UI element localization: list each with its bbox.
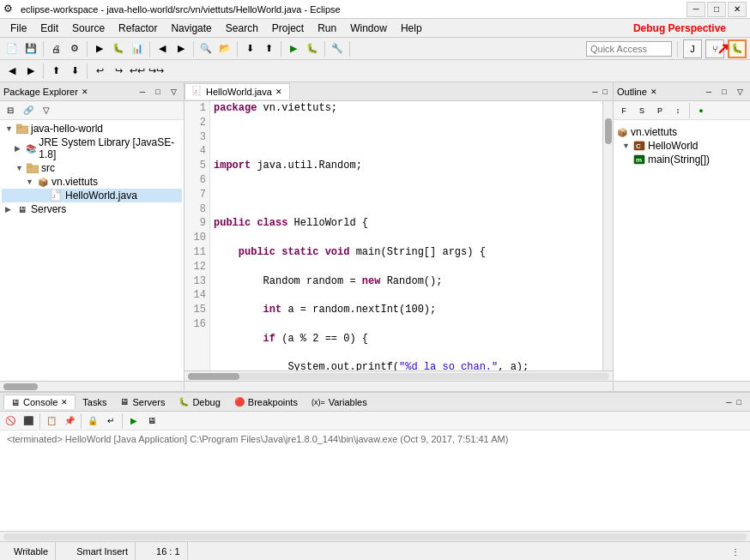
console-paste-button[interactable]: 📌	[61, 412, 78, 430]
back-button[interactable]: ◀	[3, 63, 21, 80]
console-tab-debug[interactable]: 🐛 Debug	[172, 395, 227, 409]
console-minimize-button[interactable]: ─	[724, 396, 733, 408]
menu-navigate[interactable]: Navigate	[164, 21, 218, 36]
debug-tab-label: Debug	[192, 397, 220, 407]
coverage-button[interactable]: 📊	[129, 40, 146, 57]
editor-tab-close[interactable]: ✕	[275, 87, 282, 96]
outline-menu-button[interactable]: ▽	[733, 85, 747, 99]
tree-item-servers[interactable]: ▶ 🖥 Servers	[2, 202, 182, 216]
console-tab-console[interactable]: 🖥 Console ✕	[3, 394, 76, 409]
outline-minimize-button[interactable]: ─	[702, 85, 716, 99]
editor-maximize-button[interactable]: □	[602, 86, 609, 98]
tree-item-src[interactable]: ▼ src	[2, 161, 182, 175]
menu-file[interactable]: File	[3, 21, 33, 36]
tree-item-helloworld[interactable]: J HelloWorld.java	[2, 189, 182, 202]
up-button[interactable]: ⬆	[47, 63, 64, 80]
view-menu-button[interactable]: ▽	[166, 85, 180, 99]
maximize-panel-button[interactable]: □	[151, 85, 165, 99]
right-scrollbar-track[interactable]	[613, 382, 750, 391]
next-edit-button[interactable]: ▶	[172, 40, 190, 57]
explorer-view-menu-button[interactable]: ▽	[38, 102, 55, 119]
word-wrap-button[interactable]: ↵	[102, 412, 119, 430]
properties-button[interactable]: ⚙	[66, 40, 83, 57]
minimize-panel-button[interactable]: ─	[136, 85, 149, 99]
menu-window[interactable]: Window	[343, 21, 394, 36]
menu-run[interactable]: Run	[311, 21, 343, 36]
vertical-scrollbar-thumb[interactable]	[605, 118, 612, 144]
redo-button[interactable]: ↪	[110, 63, 127, 80]
hide-nonpublic-button[interactable]: P	[651, 102, 668, 119]
console-close-icon[interactable]: ✕	[61, 398, 68, 406]
console-tab-breakpoints[interactable]: 🔴 Breakpoints	[227, 395, 305, 409]
horizontal-scrollbar-thumb[interactable]	[188, 373, 239, 380]
new-console-button[interactable]: ▶	[125, 412, 142, 430]
tree-item-project[interactable]: ▼ java-hello-world	[2, 122, 182, 135]
external-tools-button[interactable]: 🔧	[329, 40, 346, 57]
java-perspective-button[interactable]: J	[683, 39, 702, 58]
menu-help[interactable]: Help	[394, 21, 429, 36]
console-tab-variables[interactable]: (x)= Variables	[305, 395, 374, 409]
toolbar2-sep-1	[43, 63, 44, 79]
outline-link-button[interactable]: ●	[693, 102, 710, 119]
link-with-editor-button[interactable]: 🔗	[20, 102, 37, 119]
down-button[interactable]: ⬇	[66, 63, 83, 80]
scroll-lock-button[interactable]: 🔒	[84, 412, 101, 430]
mid-scrollbar-track[interactable]	[184, 382, 613, 391]
menu-edit[interactable]: Edit	[33, 21, 65, 36]
next-annotation-button[interactable]: ⬇	[241, 40, 258, 57]
forward-button[interactable]: ▶	[22, 63, 39, 80]
console-maximize-button[interactable]: □	[735, 396, 743, 408]
stop-button[interactable]: ⬛	[20, 412, 37, 430]
prev-annotation-button[interactable]: ⬆	[260, 40, 277, 57]
run-button[interactable]: ▶	[285, 40, 302, 57]
horizontal-scrollbar[interactable]	[184, 370, 613, 381]
close-button[interactable]: ✕	[728, 2, 747, 17]
left-scrollbar-thumb[interactable]	[3, 383, 38, 390]
open-resource-button[interactable]: 📂	[216, 40, 233, 57]
left-scrollbar-track[interactable]	[0, 382, 184, 391]
editor-minimize-button[interactable]: ─	[590, 86, 599, 98]
svg-text:m: m	[636, 156, 642, 164]
run-history-button[interactable]: ▶	[91, 40, 108, 57]
tree-item-package[interactable]: ▼ 📦 vn.viettuts	[2, 175, 182, 189]
debug-button[interactable]: 🐛	[304, 40, 321, 57]
menu-refactor[interactable]: Refactor	[112, 21, 164, 36]
new-button[interactable]: 📄	[3, 40, 21, 57]
save-button[interactable]: 💾	[22, 40, 39, 57]
open-type-button[interactable]: 🔍	[197, 40, 215, 57]
menu-search[interactable]: Search	[219, 21, 265, 36]
outline-item-package[interactable]: 📦 vn.viettuts	[615, 125, 748, 139]
prev-edit-button[interactable]: ◀	[154, 40, 171, 57]
undo2-button[interactable]: ↩↩	[129, 63, 146, 80]
editor-tab-helloworld[interactable]: J HelloWorld.java ✕	[184, 83, 290, 99]
tree-item-jre[interactable]: ▶ 📚 JRE System Library [JavaSE-1.8]	[2, 135, 182, 161]
undo-button[interactable]: ↩	[91, 63, 108, 80]
redo2-button[interactable]: ↪↪	[148, 63, 165, 80]
menu-project[interactable]: Project	[265, 21, 311, 36]
console-scrollbar-h[interactable]	[0, 531, 750, 541]
console-tab-tasks[interactable]: Tasks	[76, 395, 113, 409]
console-copy-button[interactable]: 📋	[43, 412, 60, 430]
collapse-all-button[interactable]: ⊟	[2, 102, 19, 119]
console-tab-servers[interactable]: 🖥 Servers	[113, 395, 172, 409]
status-menu-button[interactable]: ⋮	[728, 547, 743, 557]
vertical-scrollbar[interactable]	[602, 101, 613, 370]
debug-perspective-button[interactable]: 🐛	[728, 39, 747, 58]
console-view-button[interactable]: 🖥	[143, 412, 160, 430]
hide-fields-button[interactable]: F	[615, 102, 632, 119]
outline-close-icon[interactable]: ✕	[650, 87, 657, 96]
outline-item-class[interactable]: ▼ C HelloWorld	[615, 139, 748, 153]
package-explorer-close-icon[interactable]: ✕	[82, 87, 88, 96]
outline-maximize-button[interactable]: □	[717, 85, 731, 99]
quick-access-input[interactable]	[586, 41, 672, 57]
minimize-button[interactable]: ─	[686, 2, 705, 17]
debug-history-button[interactable]: 🐛	[110, 40, 127, 57]
clear-console-button[interactable]: 🚫	[2, 412, 19, 430]
outline-item-method[interactable]: m main(String[])	[615, 153, 748, 166]
print-button[interactable]: 🖨	[47, 40, 64, 57]
hide-static-button[interactable]: S	[633, 102, 650, 119]
sort-button[interactable]: ↕	[669, 102, 686, 119]
maximize-button[interactable]: □	[707, 2, 726, 17]
menu-source[interactable]: Source	[65, 21, 112, 36]
code-editor[interactable]: package vn.viettuts; import java.util.Ra…	[210, 101, 602, 370]
